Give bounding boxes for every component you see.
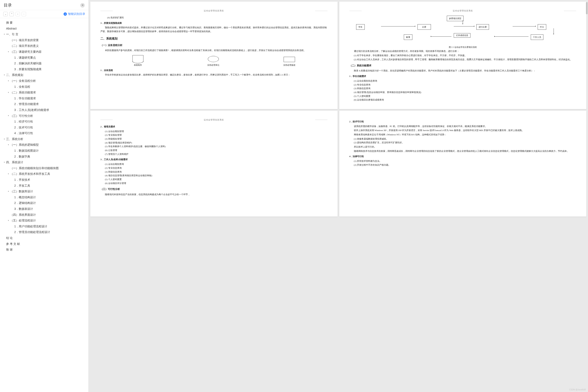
toc-item[interactable]: 1．业务流程: [10, 84, 87, 90]
list-item: (2) 专业信息查询: [105, 166, 328, 170]
paragraph: 随着网络技术与信息技术的发展，因特网迅速成长，因特网与企业管理的结合创造了新的企…: [349, 149, 576, 153]
toc-item[interactable]: ▾（一）业务流程分析: [6, 78, 87, 84]
toc-item[interactable]: 2．逻辑结构设计: [10, 200, 87, 206]
toc-item[interactable]: 2．拟解决的关键问题: [10, 60, 87, 66]
page-viewport[interactable]: 运动会管理信息系统 (4) 良好的扩展性 3．所要实现预期成果 预期成果将以管理…: [89, 0, 588, 392]
heading-2: （二）系统功能需求: [349, 64, 576, 68]
toc-item[interactable]: （一）系统功能模块划分和功能模块图: [6, 165, 87, 171]
toc-item[interactable]: 1．用户功能处理流程设计: [10, 224, 87, 230]
toc-item[interactable]: 1．概念结构设计: [10, 194, 87, 200]
toc-item[interactable]: ▾（三）课题研究主要内容: [6, 49, 87, 55]
collapse-all-button[interactable]: ⌄: [3, 12, 8, 16]
toc-item[interactable]: 参 考 文 献: [2, 241, 87, 247]
chevron-down-icon[interactable]: ▾: [7, 50, 10, 53]
chevron-down-icon[interactable]: ▾: [3, 161, 6, 164]
toc-item[interactable]: 2．管理员功能处理流程设计: [10, 229, 87, 235]
toc-label: （五）处理流程设计: [10, 218, 36, 223]
toc-label: 参 考 文 献: [6, 241, 20, 247]
toc-item[interactable]: （一）项目开发的背景: [6, 37, 87, 43]
toc-item[interactable]: ▾（二）系统功能需求: [6, 90, 87, 96]
shape-rect: 业务处理描述: [283, 57, 296, 67]
toc-item[interactable]: 3．所要实现预期成果: [10, 66, 87, 72]
toc-item[interactable]: ▾（二）系统开发技术和开发工具: [6, 171, 87, 177]
ordered-list: (1) 运动会期别信息查询 (2) 专业信息查询 (3) 班级信息查询 (4) …: [349, 79, 576, 102]
flow-node: 参赛项目类型: [447, 16, 463, 21]
page-header: 运动会管理信息系统: [349, 9, 576, 12]
toc-item[interactable]: （二）项目开发的意义: [6, 43, 87, 49]
heading-3: 2．技术可行性: [349, 120, 576, 124]
expand-up-button[interactable]: ⌃: [9, 12, 14, 16]
page-header: 运动会管理信息系统: [100, 118, 328, 122]
zoom-out-button[interactable]: −: [22, 12, 26, 16]
toc-item[interactable]: ▾（五）处理流程设计: [6, 218, 87, 224]
toc-item[interactable]: 致 谢: [2, 247, 87, 252]
chevron-down-icon[interactable]: ▾: [7, 91, 10, 94]
scrollbar-thumb[interactable]: [586, 2, 587, 14]
toc-item[interactable]: 1．课题研究重点: [10, 55, 87, 61]
toc-item[interactable]: 结 论: [2, 235, 87, 241]
toc-item[interactable]: 2．管理员功能需求: [10, 101, 87, 107]
chevron-down-icon[interactable]: ▾: [7, 114, 10, 117]
chevron-down-icon[interactable]: ▾: [7, 172, 10, 176]
page-4: 2．技术可行性 该系统所需的硬件设备，如服务器、PC 机、打印机以及网络配件等，…: [339, 111, 586, 216]
toc-item[interactable]: 摘 要: [2, 20, 87, 26]
list-item: (4) 项目管理(包括运动项目申报、查询项目信息和项目申报审批情况): [354, 90, 576, 94]
toc-item[interactable]: ▾三、系统分析: [2, 136, 87, 142]
flow-node: 比赛: [417, 24, 431, 30]
toc-item[interactable]: 4．法律可行性: [10, 130, 87, 136]
toc-label: （一）系统功能模块划分和功能模块图: [10, 166, 59, 171]
toc-item[interactable]: 2．技术可行性: [10, 124, 87, 130]
paragraph: 网络体系结构基本定位于局域网（Windows NT）环境下的 B/S 结构，这种…: [349, 133, 576, 136]
toc-item[interactable]: 1．开发技术: [10, 177, 87, 183]
list-item: (4) 项目管理(项目类型维护): [105, 141, 328, 145]
ordered-list: (1) 运动会期别管理 (2) 专业报名管理 (3) 班级报名管理 (4) 项目…: [100, 130, 328, 156]
page-header: 运动会管理信息系统: [100, 9, 328, 12]
zoom-in-button[interactable]: +: [16, 12, 20, 16]
toc-tree[interactable]: 摘 要Abstract▾一、引 言（一）项目开发的背景（二）项目开发的意义▾（三…: [0, 18, 88, 392]
toc-item[interactable]: 1．数据流程图设计: [10, 148, 87, 154]
toc-item[interactable]: ▾四、系统设计: [2, 159, 87, 165]
toc-item[interactable]: （四）系统界面设计: [6, 212, 87, 218]
toc-item[interactable]: ▾（一）系统的逻辑模型: [6, 142, 87, 148]
toc-label: 2．开发工具: [14, 183, 30, 188]
toc-label: 摘 要: [6, 20, 13, 26]
close-icon[interactable]: ✕: [80, 3, 85, 8]
chevron-down-icon[interactable]: ▾: [7, 219, 10, 222]
chevron-down-icon[interactable]: ▾: [3, 33, 6, 36]
list-item: (1) 使服务器端数据处理负荷减轻。: [354, 137, 576, 141]
toc-item[interactable]: 3．工作人员(老师)功能需求: [10, 107, 87, 113]
ordered-list: (1) 运动会期别查询 (2) 专业信息查询 (3) 班级信息查询 (4) 项目…: [100, 162, 328, 185]
paragraph: 本阶段遵循用户参与的原则，对现行的工作流程进行了细致调查¹¹，根据调查的资料对业…: [100, 48, 328, 52]
heading-3: 3．工作人员(老师)功能需求: [100, 158, 328, 162]
paragraph: 附录 A 想要成功地设计好一个系统，首先应该明确用户对系统的功能需求。用户对本系…: [349, 69, 576, 73]
toc-label: 2．管理员功能处理流程设计: [14, 230, 50, 235]
chevron-down-icon[interactable]: ▾: [3, 74, 6, 76]
toc-item[interactable]: 3．数据表设计: [10, 206, 87, 212]
toc-item[interactable]: ▾（三）数据库设计: [6, 188, 87, 194]
toc-label: 4．法律可行性: [14, 130, 33, 136]
chevron-down-icon[interactable]: ▾: [3, 138, 6, 140]
page-1: 运动会管理信息系统 (4) 良好的扩展性 3．所要实现预期成果 预期成果将以管理…: [90, 2, 338, 109]
toc-label: （三）数据库设计: [10, 189, 33, 194]
toc-item[interactable]: 1．经济可行性: [10, 119, 87, 124]
paragraph: 通过现行的业务流程分析，了解运动会成绩的管理方式，存在诸多局限。现在依靠不同的角…: [349, 49, 576, 53]
toc-item[interactable]: Abstract: [2, 26, 87, 32]
paragraph: 所以技术上是可行的。: [349, 145, 576, 149]
toc-item[interactable]: ▾一、引 言: [2, 31, 87, 37]
chevron-down-icon[interactable]: ▾: [7, 80, 10, 82]
toc-item[interactable]: ▾（三）可行性分析: [6, 113, 87, 119]
toc-label: 1．学生功能需求: [14, 96, 36, 101]
toc-label: 1．概念结构设计: [14, 194, 36, 200]
smart-toc-label: 智能识别目录: [68, 12, 85, 16]
toc-label: 2．数据字典: [14, 154, 30, 159]
list-item: (5) 学生和教师个人资料维护(包括注册、修改和删除个人资料): [105, 144, 328, 148]
paragraph: 软件上操作系统采用 Windows XP，开发使用 JSP 作为开发语言，采用 …: [349, 128, 576, 132]
chevron-down-icon[interactable]: ▾: [7, 144, 10, 146]
toc-item[interactable]: 1．学生功能需求: [10, 96, 87, 101]
toc-label: 三、系统分析: [6, 136, 23, 142]
smart-toc-link[interactable]: ✦ 智能识别目录: [64, 12, 85, 16]
toc-item[interactable]: ▾二、系统规划: [2, 72, 87, 78]
toc-item[interactable]: 2．开发工具: [10, 183, 87, 189]
toc-item[interactable]: 2．数据字典: [10, 154, 87, 160]
chevron-down-icon[interactable]: ▾: [7, 190, 10, 193]
